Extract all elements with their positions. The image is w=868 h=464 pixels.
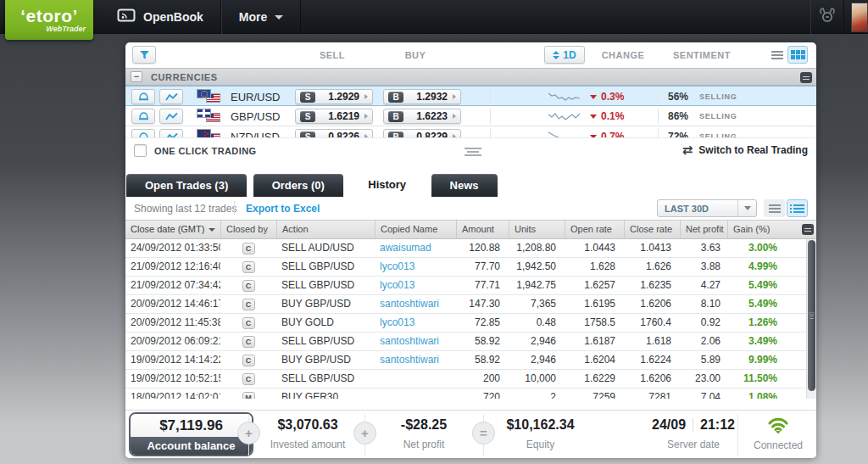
one-click-trading-bar: ONE CLICK TRADING ⇄ Switch to Real Tradi… [125,137,816,163]
sell-price-button[interactable]: S 1.6219 [295,109,373,124]
invested-amount-label: Invested amount [261,439,354,450]
copied-name-link[interactable] [375,389,456,399]
date-range-dropdown[interactable]: LAST 30D [657,199,757,217]
close-rate-cell: 1.6235 [624,277,680,294]
etoro-bull-icon [818,7,837,27]
copied-name-link[interactable]: santoshtiwari [375,333,456,350]
filter-button[interactable] [132,46,156,64]
etoro-bull-button[interactable] [810,0,844,34]
detailed-list-button[interactable] [787,199,808,217]
column-amount[interactable]: Amount [456,221,509,238]
close-date-cell: 20/09/2012 11:45:38 [125,314,220,332]
column-gain[interactable]: Gain (%) [727,221,786,238]
column-net-profit[interactable]: Net profit [680,221,727,238]
uk-flag-icon [197,109,211,118]
open-rate-cell: 1.6195 [565,295,624,313]
tab-open-trades[interactable]: Open Trades (3) [126,174,247,197]
account-balance-value: $7,119.96 [131,414,252,437]
column-copied-name[interactable]: Copied Name [375,221,456,238]
more-menu[interactable]: More [221,0,301,34]
timeframe-value: 1D [563,49,576,61]
caret-right-icon [364,94,368,99]
table-row[interactable]: 20/09/2012 11:45:38 C BUY GOLD lyco013 7… [125,314,816,333]
openbook-nav-item[interactable]: OpenBook [100,0,221,34]
table-row[interactable]: 20/09/2012 14:46:17 C BUY GBP/USD santos… [125,295,816,314]
table-row[interactable]: 24/09/2012 01:33:50 C SELL AUD/USD awais… [125,239,816,258]
alert-button[interactable] [131,109,155,124]
table-row[interactable]: 21/09/2012 12:16:40 C SELL GBP/USD lyco0… [125,258,816,277]
alert-button[interactable] [131,89,155,104]
units-cell: 1,208.80 [509,239,565,257]
etoro-webtrader-logo[interactable]: etoro WebTrader [5,0,93,40]
net-profit-cell: 0.92 [680,314,727,332]
copied-name-link[interactable]: santoshtiwari [375,295,456,313]
copied-name-link[interactable] [375,370,456,388]
close-rate-cell: 1.6224 [624,351,680,369]
list-view-button[interactable] [767,46,787,64]
chevron-down-icon [737,199,756,217]
chart-button[interactable] [159,109,183,124]
group-menu-icon[interactable] [800,72,812,83]
copied-name-link[interactable]: lyco013 [375,314,456,332]
column-open-rate[interactable]: Open rate [565,221,624,238]
compact-list-button[interactable] [764,199,785,217]
account-balance-box[interactable]: $7,119.96 Account balance [129,412,253,456]
table-row[interactable]: 19/09/2012 10:52:15 C SELL GBP/USD 200 1… [125,370,816,389]
rate-row-eurusd[interactable]: EUR/USD S 1.2929 B 1.2932 0.3% 56% SELLI… [125,86,816,106]
closed-by-badge: C [242,243,255,254]
net-profit-cell: 3.88 [680,258,727,276]
buy-price-button[interactable]: B 0.8229 [383,129,461,137]
copied-name-link[interactable]: lyco013 [375,258,456,276]
rate-row-nzdusd[interactable]: NZD/USD S 0.8226 B 0.8229 0.7% 72% SELLI… [125,126,816,137]
column-action[interactable]: Action [276,221,375,238]
timeframe-dropdown[interactable]: 1D [544,46,585,64]
buy-price-button[interactable]: B 1.6223 [383,109,461,124]
column-closed-by[interactable]: Closed by [220,221,276,238]
chart-icon [165,92,178,102]
copied-name-link[interactable]: santoshtiwari [375,351,456,369]
table-row[interactable]: 21/09/2012 07:34:42 C SELL GBP/USD lyco0… [125,277,816,295]
table-row[interactable]: 19/09/2012 14:14:22 C BUY GBP/USD santos… [125,351,816,370]
copied-name-link[interactable]: awaisumad [375,239,456,257]
amount-cell: 120.88 [456,239,509,257]
net-profit-cell: 23.00 [680,370,727,388]
sentiment-column-label: SENTIMENT [668,50,736,60]
column-close-rate[interactable]: Close rate [624,221,680,238]
column-close-date[interactable]: Close date (GMT) [125,221,220,238]
one-click-trading-checkbox[interactable] [134,144,147,157]
user-avatar[interactable] [851,3,868,32]
tab-history[interactable]: History [349,173,425,197]
brand-subtitle: WebTrader [13,25,86,33]
switch-to-real-trading-button[interactable]: ⇄ Switch to Real Trading [682,143,808,157]
tab-orders[interactable]: Orders (0) [253,174,343,197]
scrollbar-thumb[interactable] [808,240,815,391]
closed-by-cell: C [220,351,276,369]
table-row[interactable]: 20/09/2012 06:09:21 C SELL GBP/USD santo… [125,333,816,351]
export-to-excel-link[interactable]: Export to Excel [246,203,320,215]
rate-row-gbpusd[interactable]: GBP/USD S 1.6219 B 1.6223 0.1% 86% SELLI… [125,106,816,126]
sell-price-button[interactable]: S 1.2929 [295,89,373,104]
gain-cell: 1.26% [727,314,786,332]
chart-button[interactable] [159,129,183,137]
currencies-group-header: − CURRENCIES [125,68,816,86]
table-menu-icon[interactable] [802,224,814,235]
grid-view-button[interactable] [787,46,808,64]
close-date-cell: 19/09/2012 10:52:15 [125,370,220,388]
tab-news[interactable]: News [431,174,498,197]
close-date-cell: 21/09/2012 07:34:42 [125,277,220,294]
net-profit-cell: 5.89 [680,351,727,369]
table-row[interactable]: 18/09/2012 14:02:01 M BUY GER30 720 2 72… [125,389,816,399]
buy-price-button[interactable]: B 1.2932 [383,89,461,104]
collapse-group-button[interactable]: − [131,71,142,82]
column-units[interactable]: Units [509,221,565,238]
amount-cell: 720 [456,389,509,399]
chart-button[interactable] [159,89,183,104]
alert-button[interactable] [131,129,155,137]
sell-price-button[interactable]: S 0.8226 [295,129,373,137]
table-scrollbar[interactable] [806,239,816,399]
panel-resize-handle[interactable] [465,146,481,158]
sell-price: 1.2929 [320,91,359,103]
action-cell: SELL AUD/USD [276,239,375,257]
copied-name-link[interactable]: lyco013 [375,277,456,294]
swap-arrows-icon: ⇄ [682,143,693,157]
